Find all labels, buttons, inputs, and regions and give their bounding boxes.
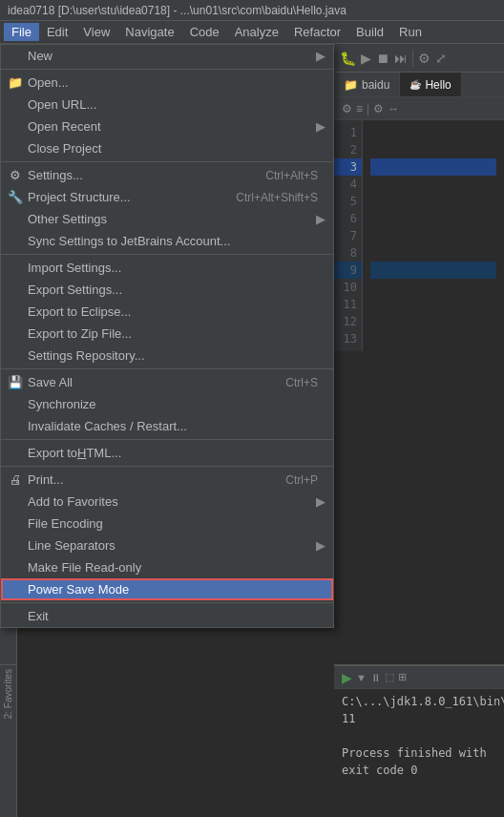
expand-icon[interactable]: ⤢	[435, 51, 447, 66]
gear-icon: ⚙	[7, 168, 24, 182]
menu-close-project[interactable]: Close Project	[1, 137, 333, 159]
term-line	[342, 727, 496, 744]
menu-run[interactable]: Run	[391, 23, 430, 41]
nav-icon1[interactable]: ⚙	[342, 102, 352, 115]
menu-line-separators[interactable]: Line Separators ▶	[1, 534, 333, 556]
menu-import-settings[interactable]: Import Settings...	[1, 257, 333, 279]
tabs-bar: 📁 baidu ☕ Hello	[334, 73, 504, 97]
menu-project-structure[interactable]: 🔧 Project Structure... Ctrl+Alt+Shift+S	[1, 186, 333, 208]
favorites-label[interactable]: 2: Favorites	[3, 669, 13, 719]
separator	[1, 439, 333, 440]
menu-file-encoding[interactable]: File Encoding	[1, 513, 333, 534]
play-btn[interactable]: ▶	[342, 670, 352, 685]
menu-sync-settings[interactable]: Sync Settings to JetBrains Account...	[1, 230, 333, 252]
menu-edit[interactable]: Edit	[39, 23, 75, 41]
menu-make-read-only[interactable]: Make File Read-only	[1, 556, 333, 578]
stop-icon[interactable]: ⏹	[376, 51, 389, 66]
wrap-btn[interactable]: ⊞	[398, 671, 407, 683]
editor-toolbar: 🐛 ▶ ⏹ ⏭ ⚙ ⤢	[334, 44, 504, 73]
title-bar: idea0718 [D:\user\stu\idea0718] - ...\un…	[0, 0, 504, 21]
code-line	[370, 124, 496, 141]
menu-build[interactable]: Build	[348, 23, 391, 41]
line-num: 1	[334, 124, 362, 141]
arrow-icon: ▶	[316, 119, 326, 134]
menu-settings-repo[interactable]: Settings Repository...	[1, 345, 333, 367]
stop-btn[interactable]: ⬚	[385, 671, 394, 683]
code-line	[370, 210, 496, 227]
down-btn[interactable]: ▼	[356, 672, 367, 683]
terminal-content: C:\...\jdk1.8.0_161\bin\java.ex 11 Proce…	[334, 689, 504, 783]
step-icon[interactable]: ⏭	[394, 51, 408, 66]
editor-area: 🐛 ▶ ⏹ ⏭ ⚙ ⤢ 📁 baidu ☕ Hello ⚙ ≡ | ⚙ ↔ 1 …	[334, 44, 504, 664]
term-line: 11	[342, 710, 496, 727]
menu-synchronize[interactable]: Synchronize	[1, 393, 333, 415]
line-num: 10	[334, 279, 362, 296]
line-num: 12	[334, 313, 362, 330]
menu-new[interactable]: New ▶	[1, 45, 333, 67]
menu-export-html[interactable]: Export to HTML...	[1, 442, 333, 464]
line-num: 4	[334, 176, 362, 193]
menu-save-all[interactable]: 💾 Save All Ctrl+S	[1, 371, 333, 393]
menu-bar: File Edit View Navigate Code Analyze Ref…	[0, 21, 504, 44]
favorites-sidebar: 2: Favorites	[0, 664, 17, 817]
line-num: 8	[334, 244, 362, 262]
tab-label: baidu	[362, 78, 389, 92]
code-line	[370, 141, 496, 158]
menu-settings[interactable]: ⚙ Settings... Ctrl+Alt+S	[1, 164, 333, 186]
tab-label: Hello	[425, 78, 451, 92]
structure-icon: 🔧	[7, 190, 24, 204]
breadcrumb-bar: ⚙ ≡ | ⚙ ↔	[334, 97, 504, 120]
terminal-toolbar: ▶ ▼ ⏸ ⬚ ⊞	[334, 666, 504, 689]
menu-export-zip[interactable]: Export to Zip File...	[1, 323, 333, 345]
separator	[1, 254, 333, 255]
html-underline: H	[77, 446, 86, 460]
shortcut-text: Ctrl+Alt+S	[265, 169, 318, 182]
menu-analyze[interactable]: Analyze	[227, 23, 286, 41]
menu-open-url[interactable]: Open URL...	[1, 94, 333, 115]
settings-icon[interactable]: ⚙	[418, 51, 430, 66]
tab-baidu[interactable]: 📁 baidu	[334, 73, 400, 96]
menu-refactor[interactable]: Refactor	[286, 23, 348, 41]
tab-hello[interactable]: ☕ Hello	[400, 73, 461, 96]
shortcut-text: Ctrl+Alt+Shift+S	[236, 191, 318, 204]
arrow-icon: ▶	[316, 538, 326, 553]
menu-navigate[interactable]: Navigate	[117, 23, 181, 41]
separator	[1, 368, 333, 369]
bug-icon[interactable]: 🐛	[340, 51, 356, 66]
separator	[1, 161, 333, 162]
menu-exit[interactable]: Exit	[1, 605, 333, 627]
breadcrumb-sep: |	[367, 102, 369, 115]
code-line	[370, 158, 496, 176]
term-line: C:\...\jdk1.8.0_161\bin\java.ex	[342, 693, 496, 710]
line-num: 6	[334, 210, 362, 227]
menu-export-eclipse[interactable]: Export to Eclipse...	[1, 301, 333, 323]
code-line	[370, 296, 496, 313]
arrow-nav-icon[interactable]: ↔	[388, 102, 399, 115]
arrow-icon: ▶	[316, 212, 326, 226]
menu-print[interactable]: 🖨 Print... Ctrl+P	[1, 469, 333, 491]
run-icon[interactable]: ▶	[361, 51, 371, 66]
code-line	[370, 193, 496, 210]
code-area: 1 2 3 4 5 6 7 8 9 10 11 12 13	[334, 120, 504, 351]
term-line: Process finished with exit code 0	[342, 744, 496, 779]
menu-add-favorites[interactable]: Add to Favorites ▶	[1, 491, 333, 513]
menu-invalidate[interactable]: Invalidate Caches / Restart...	[1, 415, 333, 437]
shortcut-text: Ctrl+S	[285, 376, 318, 389]
menu-view[interactable]: View	[75, 23, 117, 41]
nav-icon2[interactable]: ≡	[356, 102, 363, 115]
line-num: 3	[334, 158, 362, 176]
menu-code[interactable]: Code	[182, 23, 227, 41]
pause-btn[interactable]: ⏸	[370, 672, 381, 683]
menu-file[interactable]: File	[4, 23, 39, 41]
menu-power-save[interactable]: Power Save Mode	[1, 578, 333, 600]
code-content[interactable]	[363, 120, 504, 351]
menu-other-settings[interactable]: Other Settings ▶	[1, 208, 333, 230]
arrow-icon: ▶	[316, 49, 326, 63]
menu-open-recent[interactable]: Open Recent ▶	[1, 115, 333, 137]
folder-tab-icon: 📁	[344, 78, 358, 92]
menu-open[interactable]: 📁 Open...	[1, 72, 333, 94]
title-text: idea0718 [D:\user\stu\idea0718] - ...\un…	[8, 4, 346, 17]
settings-nav-icon[interactable]: ⚙	[373, 102, 384, 115]
separator	[1, 69, 333, 70]
menu-export-settings[interactable]: Export Settings...	[1, 279, 333, 301]
